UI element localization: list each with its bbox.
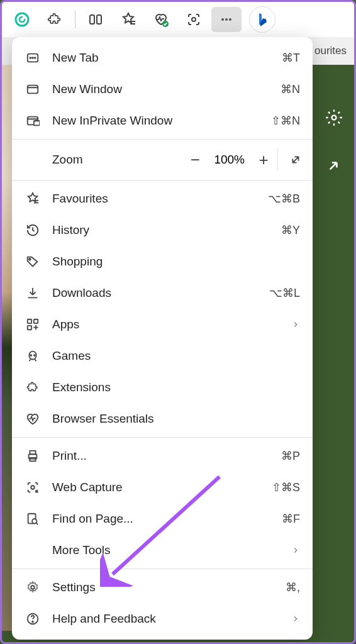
zoom-out-button[interactable]: −: [181, 150, 209, 170]
svg-point-0: [16, 13, 28, 26]
health-icon[interactable]: [146, 7, 176, 32]
menu-find[interactable]: Find on Page... ⌘F: [12, 503, 313, 535]
menu-new-inprivate[interactable]: New InPrivate Window ⇧⌘N: [12, 105, 313, 136]
favourites-bar-label: ourites: [314, 45, 347, 57]
menu-shortcut: ⌘P: [281, 449, 300, 463]
menu-label: More Tools: [52, 543, 286, 557]
svg-point-34: [31, 586, 35, 589]
svg-point-14: [35, 57, 36, 58]
menu-label: Favourites: [52, 192, 263, 206]
menu-label: New Window: [52, 82, 275, 96]
menu-label: Find on Page...: [52, 512, 277, 526]
divider: [12, 180, 313, 180]
tag-icon: [25, 253, 41, 270]
menu-print[interactable]: Print... ⌘P: [12, 440, 313, 472]
menu-shortcut: ⌘T: [282, 51, 300, 65]
menu-label: Extensions: [52, 380, 300, 394]
games-icon: [25, 348, 41, 364]
svg-point-33: [32, 519, 36, 523]
grammarly-icon[interactable]: [7, 7, 37, 32]
menu-shortcut: ⇧⌘N: [271, 114, 300, 128]
history-icon: [25, 222, 41, 238]
menu-more-tools[interactable]: More Tools: [12, 535, 313, 566]
split-screen-icon[interactable]: [81, 7, 111, 32]
menu-zoom: Zoom − 100% +: [12, 142, 313, 177]
menu-label: History: [52, 223, 276, 237]
puzzle-icon: [25, 379, 41, 396]
divider: [12, 569, 313, 569]
menu-label: Settings: [52, 580, 281, 594]
gear-icon: [25, 579, 41, 596]
print-icon: [25, 448, 41, 464]
download-icon: [25, 285, 41, 301]
svg-rect-25: [28, 326, 31, 330]
zoom-label: Zoom: [52, 153, 181, 167]
svg-rect-2: [97, 15, 101, 24]
bing-icon[interactable]: [249, 6, 275, 33]
menu-shortcut: ⌘N: [281, 82, 300, 96]
svg-point-27: [34, 355, 35, 356]
menu-favourites[interactable]: Favourites ⌥⌘B: [12, 183, 313, 214]
more-button[interactable]: [211, 7, 242, 32]
new-tab-icon: [25, 50, 41, 66]
expand-side-icon[interactable]: [325, 158, 343, 175]
svg-point-12: [30, 57, 31, 58]
svg-point-7: [221, 18, 224, 21]
window-icon: [25, 81, 41, 97]
star-icon: [25, 191, 41, 207]
menu-games[interactable]: Games: [12, 340, 313, 372]
menu-shortcut: ⌘F: [282, 512, 300, 526]
menu-label: Help and Feedback: [52, 612, 286, 626]
menu-label: Shopping: [52, 255, 300, 269]
menu-new-window[interactable]: New Window ⌘N: [12, 74, 313, 105]
svg-point-36: [32, 621, 33, 623]
extension-icon[interactable]: [40, 7, 70, 32]
zoom-value: 100%: [209, 153, 250, 167]
menu-shortcut: ⇧⌘S: [272, 480, 300, 494]
menu-new-tab[interactable]: New Tab ⌘T: [12, 42, 313, 74]
menu-history[interactable]: History ⌘Y: [12, 214, 313, 246]
menu-settings[interactable]: Settings ⌘,: [12, 572, 313, 603]
chevron-right-icon: [291, 320, 300, 329]
browser-toolbar: [2, 2, 354, 37]
svg-point-9: [229, 18, 231, 21]
menu-shopping[interactable]: Shopping: [12, 246, 313, 277]
menu-label: Browser Essentials: [52, 412, 300, 426]
menu-shortcut: ⌘,: [286, 580, 300, 594]
menu-label: Web Capture: [52, 480, 267, 494]
svg-rect-15: [28, 86, 38, 94]
menu-label: Downloads: [52, 286, 264, 300]
svg-rect-1: [90, 15, 94, 24]
favourites-toolbar-icon[interactable]: [113, 7, 143, 32]
menu-shortcut: ⌥⌘B: [268, 192, 300, 206]
chevron-right-icon: [291, 546, 300, 555]
chevron-right-icon: [291, 614, 300, 623]
divider: [12, 437, 313, 438]
settings-side-icon[interactable]: [325, 109, 343, 126]
fullscreen-button[interactable]: [277, 148, 313, 171]
divider: [12, 139, 313, 140]
apps-icon: [25, 316, 41, 333]
svg-point-13: [32, 57, 33, 58]
menu-apps[interactable]: Apps: [12, 309, 313, 340]
menu-web-capture[interactable]: Web Capture ⇧⌘S: [12, 472, 313, 503]
menu-shortcut: ⌥⌘L: [269, 286, 300, 300]
menu-label: Apps: [52, 318, 286, 331]
svg-rect-23: [28, 319, 31, 323]
zoom-in-button[interactable]: +: [250, 150, 277, 170]
svg-point-31: [31, 486, 35, 489]
menu-help[interactable]: Help and Feedback: [12, 603, 313, 635]
capture-icon: [25, 479, 41, 496]
menu-downloads[interactable]: Downloads ⌥⌘L: [12, 277, 313, 309]
svg-point-22: [29, 258, 31, 260]
menu-shortcut: ⌘Y: [281, 223, 300, 237]
inprivate-icon: [25, 113, 41, 129]
heartbeat-icon: [25, 411, 41, 427]
menu-browser-essentials[interactable]: Browser Essentials: [12, 403, 313, 435]
svg-point-26: [30, 355, 31, 356]
menu-extensions[interactable]: Extensions: [12, 372, 313, 403]
svg-point-6: [192, 18, 196, 21]
menu-label: Print...: [52, 449, 276, 463]
screenshot-icon[interactable]: [179, 7, 209, 32]
menu-label: New InPrivate Window: [52, 114, 266, 128]
